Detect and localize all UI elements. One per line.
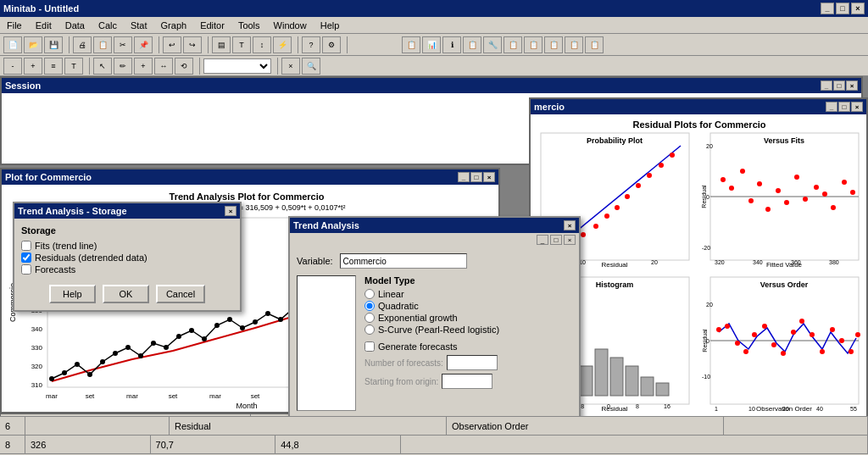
exp-label: Exponential growth [378,313,458,323]
tb-right9[interactable]: 📋 [565,36,583,53]
redo-btn[interactable]: ↪ [183,36,202,53]
exp-radio[interactable] [364,313,375,323]
tb-right4[interactable]: 📋 [463,36,481,53]
linear-radio[interactable] [364,289,375,299]
quadratic-label: Quadratic [378,301,419,311]
btn4[interactable]: 📌 [134,36,153,53]
variable-list[interactable] [297,275,356,411]
storage-ok-btn[interactable]: OK [103,285,149,303]
draw-btn1[interactable]: ✏ [114,58,132,75]
menu-calc[interactable]: Calc [95,19,120,32]
btn10[interactable]: ⚙ [322,36,341,53]
svg-point-32 [593,224,598,229]
vo-x4: 40 [816,406,823,412]
variable-label: Variable: [297,256,333,266]
btn3[interactable]: ✂ [114,36,132,53]
chart-minimize[interactable]: _ [458,172,470,182]
trend-dialog-controls: _ □ × [290,233,579,247]
search-btn[interactable]: 🔍 [302,58,320,75]
new-btn[interactable]: 📄 [3,36,22,53]
menu-stat[interactable]: Stat [127,19,151,32]
chart-close[interactable]: × [483,172,495,182]
start-origin-input[interactable] [442,374,492,389]
minimize-button[interactable]: _ [821,3,834,14]
session-close[interactable]: × [846,80,858,91]
tb-right2[interactable]: 📊 [422,36,441,53]
svg-point-2 [75,362,80,367]
storage-help-btn[interactable]: Help [49,285,96,303]
tb-right8[interactable]: 📋 [544,36,563,53]
btn9[interactable]: ? [302,36,320,53]
menu-tools[interactable]: Tools [235,19,264,32]
undo-btn[interactable]: ↩ [163,36,181,53]
close-graph-btn[interactable]: × [281,58,300,75]
close-button[interactable]: × [851,3,865,14]
chart-maximize[interactable]: □ [470,172,482,182]
hist-x4: 8 [636,403,639,409]
btn6[interactable]: T [232,36,251,53]
fmt-btn4[interactable]: T [64,58,83,75]
session-title: Session [5,80,41,91]
forecasts-checkbox[interactable] [21,264,31,275]
storage-cancel-btn[interactable]: Cancel [156,285,205,303]
session-minimize[interactable]: _ [821,80,832,91]
tb-right6[interactable]: 📋 [504,36,522,53]
menu-file[interactable]: File [3,19,25,32]
fmt-btn3[interactable]: ≡ [44,58,63,75]
svg-point-60 [762,324,767,329]
gen-forecasts-checkbox[interactable] [364,341,375,352]
btn2[interactable]: 📋 [93,36,112,53]
tb-right7[interactable]: 📋 [524,36,542,53]
residual-minimize[interactable]: _ [826,102,837,112]
storage-dialog-close[interactable]: × [225,206,236,216]
td-maximize[interactable]: □ [550,235,562,245]
storage-label: Storage [21,225,233,236]
residual-maximize[interactable]: □ [838,102,850,112]
fits-checkbox[interactable] [21,241,31,251]
svg-point-11 [189,328,194,333]
session-maximize[interactable]: □ [833,80,845,91]
hist-bar3 [580,366,593,396]
btn5[interactable]: ▤ [212,36,231,53]
draw-btn2[interactable]: + [134,58,153,75]
variable-input[interactable] [340,253,467,269]
scurve-radio[interactable] [364,325,375,335]
fmt-btn1[interactable]: - [3,58,22,75]
td-close2[interactable]: × [564,235,576,245]
model-type-label: Model Type [364,275,499,286]
quadratic-radio[interactable] [364,301,375,311]
tb-right10[interactable]: 📋 [585,36,604,53]
menu-graph[interactable]: Graph [158,19,191,32]
residual-close[interactable]: × [851,102,863,112]
font-combo[interactable] [203,58,271,74]
residuals-checkbox[interactable] [21,252,31,263]
cursor-btn[interactable]: ↖ [93,58,112,75]
tb-right3[interactable]: ℹ [442,36,461,53]
fmt-btn2[interactable]: + [24,58,42,75]
open-btn[interactable]: 📂 [24,36,42,53]
trend-dialog-titlebar: Trend Analysis × [290,218,579,233]
maximize-button[interactable]: □ [836,3,849,14]
svg-point-5 [113,351,118,356]
btn7[interactable]: ↕ [253,36,271,53]
btn8[interactable]: ⚡ [273,36,292,53]
menu-edit[interactable]: Edit [32,19,55,32]
menu-help[interactable]: Help [317,19,343,32]
save-btn[interactable]: 💾 [44,36,63,53]
tb-right5[interactable]: 🔧 [483,36,502,53]
draw-btn3[interactable]: ↔ [154,58,173,75]
trend-dialog-close[interactable]: × [564,220,576,230]
menu-data[interactable]: Data [62,19,88,32]
menu-window[interactable]: Window [270,19,310,32]
td-minimize[interactable]: _ [537,235,548,245]
num-forecasts-input[interactable] [447,355,498,370]
svg-point-10 [176,334,181,339]
hist-bar7 [641,377,654,396]
menu-editor[interactable]: Editor [197,19,228,32]
tb-right1[interactable]: 📋 [402,36,420,53]
draw-btn4[interactable]: ⟲ [175,58,193,75]
session-titlebar: Session _ □ × [2,78,861,93]
print-btn[interactable]: 🖨 [73,36,92,53]
hist-x3: 0 [607,403,610,409]
forecasts-checkbox-row: Forecasts [21,264,233,275]
